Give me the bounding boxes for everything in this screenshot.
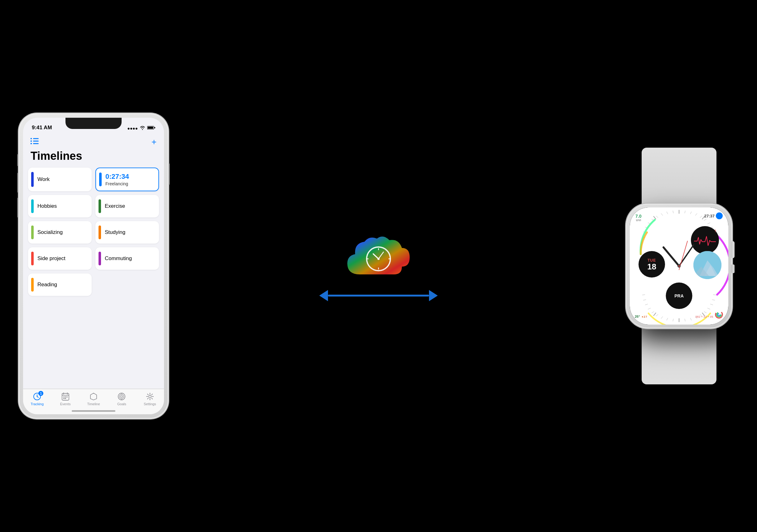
watch-screen: UVI 7.0 27:37 <box>630 208 728 324</box>
events-icon <box>61 392 70 401</box>
svg-line-35 <box>152 394 152 395</box>
item-label: Work <box>37 176 49 182</box>
item-label: Commuting <box>105 255 132 262</box>
tracking-badge: 1 <box>38 391 43 396</box>
list-item[interactable]: 0:27:34 Freelancing <box>95 168 159 191</box>
active-item-content: 0:27:34 Freelancing <box>106 173 129 186</box>
step-count-display: ●27 <box>642 315 647 318</box>
svg-point-23 <box>119 394 124 399</box>
item-label: Exercise <box>105 203 125 209</box>
color-indicator <box>31 172 34 187</box>
list-item[interactable]: Work <box>28 168 92 191</box>
svg-rect-2 <box>154 127 155 128</box>
color-indicator <box>31 278 34 292</box>
svg-point-101 <box>717 312 721 317</box>
sync-arrow <box>319 290 438 301</box>
list-item[interactable]: Side project <box>28 247 92 270</box>
svg-rect-6 <box>33 141 39 142</box>
watch-strap-bottom <box>642 323 716 384</box>
status-time: 9:41 AM <box>32 125 52 131</box>
color-indicator <box>99 226 101 239</box>
cloud-icon <box>341 231 416 284</box>
svg-rect-7 <box>31 143 32 144</box>
list-item[interactable]: Exercise <box>95 195 159 217</box>
nav-bar: + <box>23 133 164 150</box>
svg-line-95 <box>663 247 679 266</box>
item-label: Reading <box>37 282 57 288</box>
app-content: + Timelines Work 0:27:34 Fr <box>23 133 164 389</box>
timeline-icon <box>89 392 98 401</box>
tab-goals[interactable]: Goals <box>112 392 131 406</box>
calories-display: 382 • 32 • 05 <box>695 315 713 318</box>
tab-label-events: Events <box>60 402 71 406</box>
home-indicator <box>72 410 115 412</box>
svg-rect-1 <box>148 127 153 129</box>
list-item[interactable]: Commuting <box>95 247 159 270</box>
status-icons: ●●●● <box>127 126 155 131</box>
pra-label: PRA <box>674 294 684 298</box>
item-label: Hobbies <box>37 203 57 209</box>
tab-timeline[interactable]: Timeline <box>84 392 103 406</box>
tab-settings[interactable]: Settings <box>140 392 159 406</box>
svg-line-34 <box>147 398 148 399</box>
arrow-shaft <box>328 294 429 296</box>
tab-events[interactable]: Events <box>56 392 75 406</box>
pra-complication: PRA <box>666 283 692 309</box>
page-title: Timelines <box>23 150 164 168</box>
svg-point-99 <box>679 266 680 267</box>
svg-point-12 <box>37 396 38 397</box>
watch-strap-top <box>642 148 716 209</box>
list-item[interactable]: Hobbies <box>28 195 92 217</box>
arrow-right-icon <box>429 290 438 301</box>
goals-icon <box>117 392 126 401</box>
svg-rect-17 <box>63 397 65 398</box>
color-indicator <box>31 226 34 239</box>
svg-rect-19 <box>66 397 68 398</box>
color-indicator <box>99 173 102 186</box>
list-item[interactable]: Studying <box>95 221 159 243</box>
arrow-left-icon <box>319 290 328 301</box>
watch-side-button <box>731 265 735 273</box>
svg-rect-5 <box>31 140 32 142</box>
svg-rect-3 <box>31 138 32 139</box>
svg-rect-20 <box>63 398 65 399</box>
silent-switch <box>17 154 19 166</box>
volume-down-button <box>17 197 19 218</box>
item-sublabel: Freelancing <box>106 181 129 186</box>
notch <box>66 118 122 129</box>
item-label: Studying <box>105 229 125 236</box>
battery-icon <box>147 126 155 131</box>
tab-label-settings: Settings <box>144 402 156 406</box>
volume-up-button <box>17 173 19 193</box>
watch-face: UVI 7.0 27:37 <box>630 208 728 324</box>
color-indicator <box>99 199 101 213</box>
svg-point-102 <box>718 314 720 316</box>
add-button[interactable]: + <box>152 137 157 147</box>
svg-rect-8 <box>33 143 39 144</box>
svg-rect-21 <box>65 398 66 399</box>
tab-label-timeline: Timeline <box>87 402 100 406</box>
timer-display: 0:27:34 <box>106 173 129 181</box>
item-label: Socializing <box>37 229 63 236</box>
watch-crown <box>731 241 735 258</box>
sync-area <box>319 231 438 301</box>
activity-ring <box>714 310 723 320</box>
list-item[interactable]: Reading <box>28 273 92 296</box>
svg-point-43 <box>378 258 380 260</box>
tab-label-goals: Goals <box>117 402 126 406</box>
svg-point-27 <box>149 395 151 398</box>
apple-watch: UVI 7.0 27:37 <box>626 204 732 328</box>
svg-rect-18 <box>65 397 66 398</box>
color-indicator <box>31 252 34 266</box>
svg-point-24 <box>121 396 123 398</box>
signal-icon: ●●●● <box>127 126 138 131</box>
color-indicator <box>31 199 34 213</box>
list-icon[interactable] <box>31 138 39 146</box>
tracking-icon: 1 <box>33 392 42 401</box>
svg-rect-4 <box>33 138 39 139</box>
list-item[interactable]: Socializing <box>28 221 92 243</box>
timeline-grid: Work 0:27:34 Freelancing Hobbies <box>23 168 164 296</box>
watch-shell: UVI 7.0 27:37 <box>626 204 732 328</box>
tab-tracking[interactable]: 1 Tracking <box>28 392 46 406</box>
settings-icon <box>146 392 154 401</box>
